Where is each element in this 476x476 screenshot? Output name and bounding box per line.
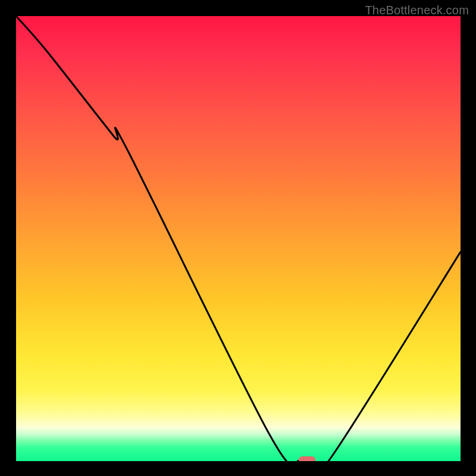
watermark-text: TheBottleneck.com [365, 4, 469, 17]
plot-area [16, 16, 461, 461]
optimum-marker [299, 456, 315, 461]
curve-path [16, 16, 461, 461]
line-curve [16, 16, 461, 461]
